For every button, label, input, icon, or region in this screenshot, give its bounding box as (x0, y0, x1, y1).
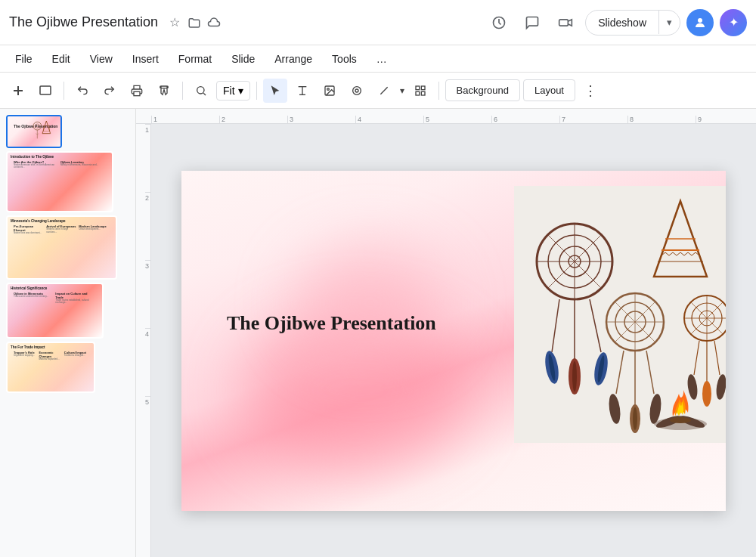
ruler-left-num-2: 2 (145, 192, 150, 260)
menu-slide[interactable]: Slide (222, 50, 264, 68)
paint-button[interactable] (152, 79, 176, 103)
toolbar-more-button[interactable]: ⋮ (578, 79, 603, 103)
slideshow-button[interactable]: Slideshow (586, 11, 658, 35)
slide-panel: The Ojibwe Presentation (0, 109, 136, 557)
svg-point-2 (698, 18, 702, 23)
frame-button[interactable] (33, 79, 57, 103)
zoom-value: Fit (223, 85, 235, 97)
menu-edit[interactable]: Edit (43, 50, 79, 68)
svg-rect-5 (40, 86, 51, 94)
separator-2 (182, 82, 183, 100)
svg-point-7 (197, 86, 204, 93)
add-button[interactable] (6, 79, 30, 103)
ruler-num-6: 6 (491, 116, 559, 123)
slide-image[interactable] (514, 186, 726, 443)
slideshow-button-group[interactable]: Slideshow ▾ (585, 10, 680, 36)
ruler-left-numbers: 1 2 3 4 5 (145, 124, 150, 464)
slide-main-title[interactable]: The Ojibwe Presentation (227, 312, 436, 335)
svg-rect-18 (421, 86, 425, 90)
slideshow-dropdown[interactable]: ▾ (658, 11, 680, 34)
slide-thumbnail-1[interactable]: The Ojibwe Presentation (6, 115, 62, 148)
ruler-left-num-1: 1 (145, 124, 150, 192)
svg-point-42 (572, 361, 577, 391)
frame2-button[interactable] (408, 79, 432, 103)
svg-rect-19 (416, 91, 420, 95)
menu-arrange[interactable]: Arrange (265, 50, 321, 68)
undo-button[interactable] (70, 79, 94, 103)
svg-rect-20 (421, 91, 425, 95)
slide-thumbnail-5[interactable]: The Fur Trade Impact Trapper's Role Orga… (6, 342, 95, 393)
history-button[interactable] (485, 9, 513, 36)
line-button[interactable] (372, 79, 396, 103)
main-slide[interactable]: The Ojibwe Presentation (181, 171, 726, 511)
print-button[interactable] (125, 79, 149, 103)
image-button[interactable] (318, 79, 342, 103)
toolbar: Fit ▾ ▾ Background Layout ⋮ (0, 73, 756, 109)
zoom-arrow: ▾ (238, 85, 243, 97)
svg-line-24 (36, 134, 38, 135)
menu-view[interactable]: View (81, 50, 122, 68)
slide-5-container: The Fur Trade Impact Trapper's Role Orga… (3, 342, 132, 393)
ai-button[interactable]: ✦ (720, 9, 747, 36)
cursor-button[interactable] (263, 79, 287, 103)
ruler-num-8: 8 (627, 116, 696, 123)
zoom-control[interactable]: Fit ▾ (216, 81, 250, 101)
redo-button[interactable] (98, 79, 122, 103)
svg-rect-6 (134, 91, 140, 95)
ruler-numbers-top: 1 2 3 4 5 6 7 8 9 (151, 116, 756, 123)
menu-insert[interactable]: Insert (123, 50, 168, 68)
svg-line-25 (38, 134, 39, 135)
ruler-num-9: 9 (696, 116, 756, 123)
menu-file[interactable]: File (6, 50, 42, 68)
svg-line-8 (203, 93, 206, 95)
folder-icon[interactable] (187, 15, 202, 30)
dreamcatcher-svg (514, 186, 726, 443)
account-button[interactable] (686, 9, 714, 36)
svg-marker-26 (42, 121, 51, 134)
svg-line-16 (380, 87, 387, 94)
camera-button[interactable] (552, 9, 579, 36)
title-bar-right: Slideshow ▾ ✦ (485, 9, 747, 36)
slide-thumbnail-4[interactable]: Historical Significance Ojibwe in Minnes… (6, 283, 104, 339)
slide-thumbnail-3[interactable]: Minnesota's Changing Landscape Pre-Europ… (6, 215, 117, 280)
main-area: The Ojibwe Presentation (0, 109, 756, 557)
ruler-num-4: 4 (355, 116, 423, 123)
background-button[interactable]: Background (445, 79, 520, 101)
comment-button[interactable] (519, 9, 546, 36)
menu-tools[interactable]: Tools (323, 50, 366, 68)
svg-point-15 (355, 89, 358, 92)
layout-button[interactable]: Layout (523, 79, 575, 101)
svg-point-74 (702, 381, 711, 407)
menu-more[interactable]: … (367, 50, 396, 68)
canvas-body: 1 2 3 4 5 The Ojibwe Presentation (136, 124, 756, 557)
separator-1 (64, 82, 64, 100)
document-title: The Ojibwe Presentation (9, 14, 158, 30)
ruler-left-num-5: 5 (145, 396, 150, 464)
zoom-icon-button[interactable] (189, 79, 213, 103)
slide-4-container: Historical Significance Ojibwe in Minnes… (3, 283, 132, 339)
ruler-left-num-4: 4 (145, 328, 150, 396)
menu-format[interactable]: Format (169, 50, 221, 68)
svg-point-22 (36, 124, 39, 128)
ruler-num-1: 1 (151, 116, 219, 123)
line-dropdown[interactable]: ▾ (400, 85, 404, 96)
shape-button[interactable] (345, 79, 369, 103)
ruler-top: 1 2 3 4 5 6 7 8 9 (136, 109, 756, 124)
slide-thumbnail-2[interactable]: Introduction to The Ojibwe Who Are the O… (6, 151, 113, 212)
svg-point-57 (633, 407, 637, 430)
slide-1-container: The Ojibwe Presentation (3, 115, 132, 148)
text-button[interactable] (290, 79, 314, 103)
ruler-left-num-3: 3 (145, 260, 150, 328)
svg-rect-1 (559, 19, 569, 25)
slide-3-container: Minnesota's Changing Landscape Pre-Europ… (3, 215, 132, 280)
separator-3 (256, 82, 257, 100)
slide-canvas-wrapper: The Ojibwe Presentation (151, 124, 756, 557)
svg-point-80 (670, 417, 691, 423)
cloud-icon[interactable] (206, 15, 222, 30)
svg-rect-28 (514, 186, 726, 443)
ruler-num-5: 5 (423, 116, 491, 123)
svg-point-13 (327, 88, 329, 90)
canvas-area: 1 2 3 4 5 6 7 8 9 1 2 3 4 5 (136, 109, 756, 557)
star-icon[interactable]: ☆ (167, 15, 182, 30)
svg-rect-17 (416, 86, 420, 90)
